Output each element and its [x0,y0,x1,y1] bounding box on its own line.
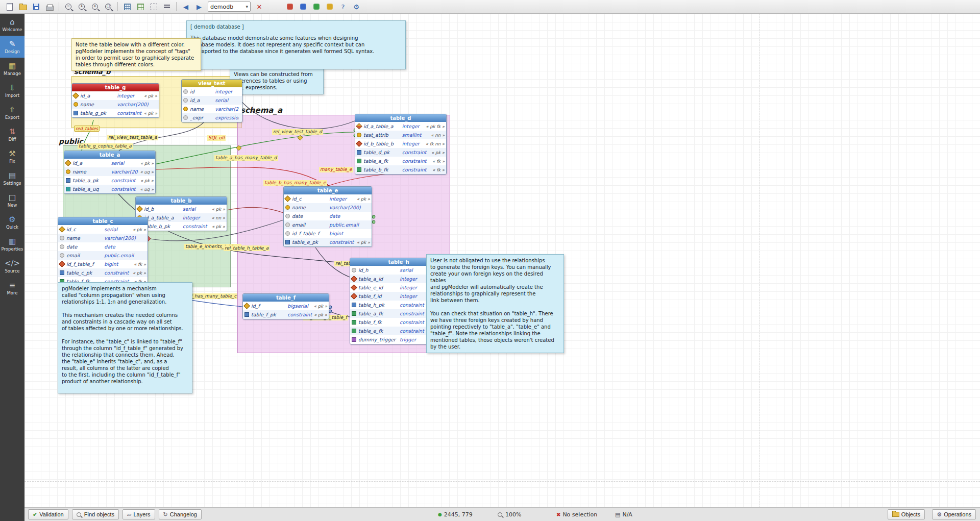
toolbar-new-model-button[interactable] [4,1,16,12]
model-selector[interactable]: demodb▾ [208,2,251,12]
toolbar-fit-view-button[interactable]: □ [102,1,114,12]
toolbar-save-model-button[interactable] [30,1,42,12]
relationship-label[interactable]: table_g_copies_table_a [78,143,133,149]
table-row[interactable]: table_a_pkconstraint« pk » [64,176,155,185]
table-header[interactable]: table_a [64,151,155,159]
table-header[interactable]: view_test [182,80,242,87]
table-table_c[interactable]: table_cid_cserial« pk »namevarchar(200)d… [58,217,148,286]
sidebar-item-new[interactable]: □New [0,189,24,211]
relationship-label[interactable]: many_table_e [319,167,353,172]
table-row[interactable]: id_a_table_ainteger« pk fk » [355,122,446,131]
table-view_test[interactable]: view_testidintegerid_aserialnamevarchar(… [181,79,242,122]
table-row[interactable]: table_a_uqconstraint« uq » [64,185,155,193]
table-row[interactable]: _exprexpression [182,113,242,122]
table-row[interactable]: id_cserial« pk » [58,225,148,234]
table-row[interactable]: id_ainteger« pk » [72,91,159,100]
find-objects-button[interactable]: Find objects [72,509,119,519]
table-table_g[interactable]: table_gid_ainteger« pk »namevarchar(200)… [71,83,159,118]
relationship-label[interactable]: rel_table_h_table_a [224,245,270,251]
objects-button[interactable]: Objects [888,509,925,519]
toolbar-print-model-button[interactable] [43,1,56,12]
table-row[interactable]: table_b_pkconstraint« pk » [136,222,227,231]
diagram-canvas[interactable]: schema_bpublicschema_arel_view_test_tabl… [24,14,980,508]
sidebar-item-design[interactable]: ✎Design [0,36,24,58]
table-row[interactable]: id_aserial« pk » [64,159,155,167]
table-row[interactable]: table_f_pkconstraint« pk » [243,310,329,319]
table-row[interactable]: id_b_table_binteger« fk nn » [355,139,446,148]
toolbar-compact-view-button[interactable] [161,1,173,12]
table-row[interactable]: id_bserial« pk » [136,205,227,213]
sidebar-item-source[interactable]: </>Source [0,255,24,277]
sidebar-item-export[interactable]: ⇧Export [0,102,24,123]
table-row[interactable]: datedate [58,242,148,251]
table-row[interactable]: emailpublic.email [284,220,372,229]
table-row[interactable]: table_a_fkconstraint« fk » [355,157,446,165]
table-row[interactable]: table_g_pkconstraint« pk » [72,109,159,117]
table-row[interactable]: table_d_pkconstraint« pk » [355,148,446,157]
table-header[interactable]: table_c [58,217,148,225]
table-row[interactable]: test_attribsmallint« nn » [355,131,446,139]
table-header[interactable]: table_g [72,84,159,91]
table-row[interactable]: id_aserial [182,96,242,105]
relationship-label[interactable]: rel_view_test_table_a [107,135,158,140]
table-row[interactable]: namevarchar(200) [182,105,242,113]
relationship-label[interactable]: table_a_has_many_table_d [214,155,278,161]
table-row[interactable]: table_b_fkconstraint« fk » [355,165,446,174]
table-header[interactable]: table_e [284,187,372,194]
table-row[interactable]: namevarchar(200) [58,234,148,242]
table-header[interactable]: table_b [136,197,227,205]
sidebar-item-import[interactable]: ⇩Import [0,80,24,102]
table-row[interactable]: id_f_table_fbigint« fk » [58,260,148,268]
sidebar-item-more[interactable]: ≡More [0,277,24,299]
toolbar-show-grid-button[interactable] [121,1,133,12]
toolbar-expand-canvas-button[interactable] [148,1,160,12]
sidebar-item-settings[interactable]: ▤Settings [0,167,24,189]
changelog-button[interactable]: ↻ Changelog [159,509,202,519]
table-row[interactable]: id_fbigserial« pk » [243,302,329,310]
table-table_f[interactable]: table_fid_fbigserial« pk »table_f_pkcons… [242,293,329,319]
toolbar-plugin-2-button[interactable] [297,1,309,12]
toolbar-next-model-button[interactable]: ▶ [193,1,205,12]
operations-button[interactable]: ⚙ Operations [932,509,976,519]
toolbar-configurations-button[interactable]: ⚙ [350,1,362,12]
table-row[interactable]: datedate [284,212,372,220]
table-row[interactable]: id_a_table_ainteger« nn » [136,213,227,222]
note-demodb-database[interactable]: [ demodb database ]This database model d… [186,20,406,69]
toolbar-plugin-4-button[interactable] [324,1,336,12]
relationship-line[interactable] [327,174,388,186]
relationship-label[interactable]: SQL off [207,135,226,141]
table-row[interactable]: emailpublic.email [58,251,148,260]
note-foreign-keys-note[interactable]: User is not obligated to use the relatio… [426,254,564,353]
toolbar-plugin-1-button[interactable] [284,1,296,12]
note-tags-note[interactable]: Note the table below with a different co… [71,38,201,71]
table-row[interactable]: id_f_table_fbigint [284,229,372,238]
note-column-propagation-note[interactable]: pgModeler implements a mechanism called … [58,282,192,393]
relationship-label[interactable]: table_b_has_many_table_e [263,180,327,186]
toolbar-close-model-button[interactable]: ✕ [253,1,265,12]
layers-button[interactable]: ▱ Layers [122,509,155,519]
note-views-note[interactable]: Views can be constructed from references… [230,68,324,94]
table-table_d[interactable]: table_did_a_table_ainteger« pk fk »test_… [355,114,447,175]
table-table_b[interactable]: table_bid_bserial« pk »id_a_table_ainteg… [135,196,227,231]
toolbar-zoom-in-button[interactable]: + [89,1,101,12]
table-row[interactable]: namevarchar(200) [284,203,372,212]
toolbar-zoom-original-button[interactable]: 1 [76,1,88,12]
table-header[interactable]: table_f [243,294,329,302]
relationship-label[interactable]: rel_view_test_table_d [272,129,323,135]
validation-button[interactable]: ✔ Validation [28,509,68,519]
table-tag-red-tables[interactable]: red_tables [74,126,100,132]
table-table_e[interactable]: table_eid_cinteger« pk »namevarchar(200)… [283,186,372,247]
table-row[interactable]: table_c_pkconstraint« pk » [58,268,148,277]
sidebar-item-manage[interactable]: ▦Manage [0,58,24,80]
toolbar-help-button[interactable]: ? [337,1,349,12]
table-table_a[interactable]: table_aid_aserial« pk »namevarchar(200)«… [64,151,156,194]
table-row[interactable]: namevarchar(200)« uq » [64,167,155,176]
table-header[interactable]: table_d [355,114,446,122]
table-row[interactable]: namevarchar(200) [72,100,159,109]
toolbar-plugin-3-button[interactable] [310,1,323,12]
sidebar-item-properties[interactable]: ▥Properties [0,233,24,255]
table-row[interactable]: id_cinteger« pk » [284,194,372,203]
sidebar-item-welcome[interactable]: ⌂Welcome [0,14,24,36]
relationship-line[interactable] [226,207,283,213]
toolbar-snap-grid-button[interactable] [134,1,146,12]
